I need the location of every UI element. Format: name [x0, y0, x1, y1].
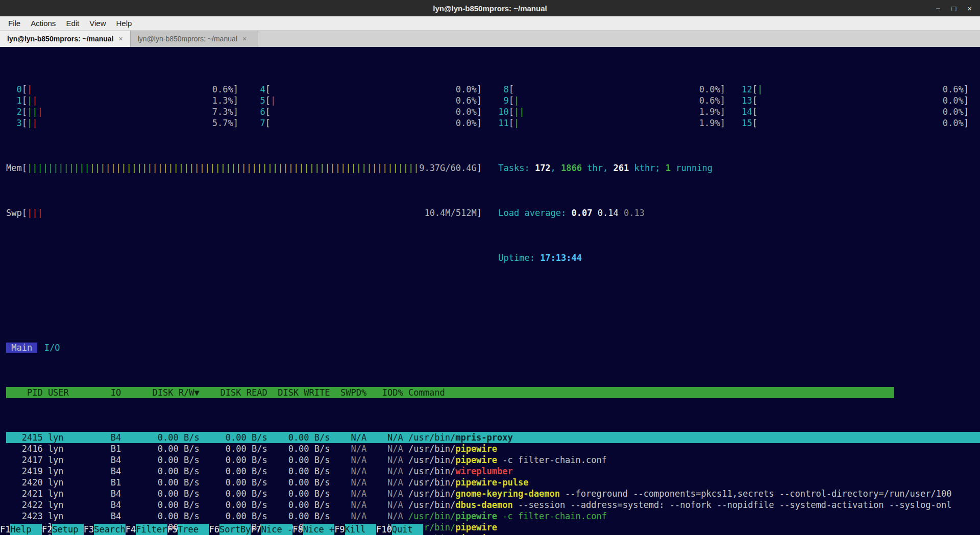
maximize-button[interactable]: □	[951, 4, 956, 13]
load-average-line: Load average: 0.07 0.14 0.13	[493, 207, 980, 218]
process-row[interactable]: 2420lynB10.00 B/s0.00 B/s0.00 B/sN/AN/A/…	[6, 477, 980, 488]
swap-bar: |||	[27, 207, 424, 218]
cpu-meter-11: 11[|1.9%]	[493, 117, 737, 129]
fn-f4-filter[interactable]: F4Filter	[126, 524, 167, 534]
cpu-meter-0: 0[|0.6%]	[6, 84, 250, 95]
col-header-disk-read[interactable]: DISK READ	[200, 387, 267, 398]
swap-meter: Swp[|||10.4M/512M]	[6, 207, 493, 218]
process-row[interactable]: 2416lynB10.00 B/s0.00 B/s0.00 B/sN/AN/A/…	[6, 443, 980, 454]
tasks-sep: ,	[551, 163, 561, 173]
tab-label: lyn@lyn-b850mprors: ~/manual	[7, 35, 114, 43]
terminal[interactable]: 0[|0.6%]1[||1.3%]2[|||7.3%]3[||5.7%]4[0.…	[0, 47, 980, 535]
process-row-selected[interactable]: 2415lynB40.00 B/s0.00 B/s0.00 B/sN/AN/A/…	[6, 432, 980, 443]
load-average-label: Load average:	[498, 208, 571, 218]
process-row[interactable]: 2419lynB40.00 B/s0.00 B/s0.00 B/sN/AN/A/…	[6, 466, 980, 477]
threads-label: thr,	[582, 163, 613, 173]
bracket: [	[22, 207, 27, 218]
process-command: /usr/bin/pipewire -c filter-chain.conf	[403, 510, 607, 522]
menu-file[interactable]: File	[3, 17, 26, 30]
cpu-meter-8: 8[0.0%]	[493, 84, 737, 95]
fn-f10-quit[interactable]: F10Quit	[376, 524, 423, 534]
menu-help[interactable]: Help	[111, 17, 137, 30]
tab-label: lyn@lyn-b850mprors: ~/manual	[138, 35, 237, 43]
load-5min: 0.14	[598, 208, 624, 218]
fn-f1-help[interactable]: F1Help	[0, 524, 42, 534]
cpu-meter-1: 1[||1.3%]	[6, 95, 250, 106]
process-row[interactable]: 2422lynB40.00 B/s0.00 B/s0.00 B/sN/AN/A/…	[6, 499, 980, 510]
cpu-meter-14: 14[0.0%]	[737, 106, 980, 117]
col-header-iod[interactable]: IOD%	[366, 387, 403, 398]
screen-tab-main[interactable]: Main	[6, 343, 37, 353]
table-header: PIDUSERIODISK R/W▼DISK READDISK WRITESWP…	[6, 387, 894, 398]
cpu-meter-7: 7[0.0%]	[250, 117, 493, 129]
cpu-meter-6: 6[0.0%]	[250, 106, 493, 117]
cpu-meter-9: 9[|0.6%]	[493, 95, 737, 106]
swap-meter-label: Swp	[6, 207, 22, 218]
process-row[interactable]: 2417lynB40.00 B/s0.00 B/s0.00 B/sN/AN/A/…	[6, 454, 980, 466]
window-controls: − □ ×	[936, 4, 980, 13]
process-command: /usr/bin/dbus-daemon --session --address…	[403, 499, 952, 510]
process-command: /usr/bin/pipewire -c filter-chain.conf	[403, 454, 607, 466]
menu-actions[interactable]: Actions	[26, 17, 61, 30]
fn-f7-nice-[interactable]: F7Nice -	[251, 524, 292, 534]
menu-edit[interactable]: Edit	[61, 17, 84, 30]
uptime-label: Uptime:	[498, 253, 540, 263]
uptime-line: Uptime: 17:13:44	[493, 252, 980, 263]
process-row[interactable]: 2423lynB40.00 B/s0.00 B/s0.00 B/sN/AN/A/…	[6, 510, 980, 522]
col-header-disk-write[interactable]: DISK WRITE	[267, 387, 330, 398]
process-command: /usr/bin/mpris-proxy	[403, 432, 513, 443]
titlebar: lyn@lyn-b850mprors: ~/manual − □ ×	[0, 0, 980, 16]
fn-f6-sortby[interactable]: F6SortBy	[209, 524, 251, 534]
process-row[interactable]: 2421lynB40.00 B/s0.00 B/s0.00 B/sN/AN/A/…	[6, 488, 980, 499]
swap-meter-value: 10.4M/512M	[424, 207, 476, 218]
cpu-meter-4: 4[0.0%]	[250, 84, 493, 95]
tab-close-icon[interactable]: ×	[242, 35, 247, 43]
screen-tab-io[interactable]: I/O	[39, 343, 65, 353]
cpu-meter-13: 13[0.0%]	[737, 95, 980, 106]
terminal-tab-inactive[interactable]: lyn@lyn-b850mprors: ~/manual ×	[131, 31, 258, 47]
cpu-meter-2: 2[|||7.3%]	[6, 106, 250, 117]
bracket: ]	[477, 162, 482, 174]
process-command: /usr/bin/wireplumber	[403, 466, 513, 477]
function-key-bar: F1HelpF2SetupF3SearchF4FilterF5TreeF6Sor…	[0, 524, 980, 535]
col-header-command[interactable]: Command	[403, 387, 445, 398]
terminal-tab-active[interactable]: lyn@lyn-b850mprors: ~/manual ×	[0, 31, 131, 47]
kthreads-label: kthr;	[629, 163, 666, 173]
col-header-user[interactable]: USER	[43, 387, 106, 398]
running-count: 1	[666, 163, 671, 173]
tab-close-icon[interactable]: ×	[119, 35, 123, 43]
col-header-swpd[interactable]: SWPD%	[330, 387, 367, 398]
terminal-window: lyn@lyn-b850mprors: ~/manual − □ × File …	[0, 0, 980, 535]
kthreads-count: 261	[613, 163, 629, 173]
cpu-meter-3: 3[||5.7%]	[6, 117, 250, 129]
col-header-pid[interactable]: PID	[6, 387, 43, 398]
threads-count: 1866	[561, 163, 582, 173]
cpu-meter-15: 15[0.0%]	[737, 117, 980, 129]
memory-meter-value: 9.37G/60.4G	[419, 162, 477, 174]
col-header-io[interactable]: IO	[105, 387, 121, 398]
fn-f5-tree[interactable]: F5Tree	[167, 524, 209, 534]
menu-view[interactable]: View	[84, 17, 111, 30]
bracket: [	[22, 162, 27, 174]
tasks-label: Tasks:	[498, 163, 535, 173]
screen-tabs: MainI/O	[6, 342, 980, 353]
process-list: 2415lynB40.00 B/s0.00 B/s0.00 B/sN/AN/A/…	[6, 432, 980, 535]
close-button[interactable]: ×	[967, 4, 972, 13]
memory-meter: Mem[||||||||||||||||||||||||||||||||||||…	[6, 162, 493, 174]
col-header-disk-rw[interactable]: DISK R/W▼	[121, 387, 200, 398]
fn-f8-nice-[interactable]: F8Nice +	[292, 524, 334, 534]
uptime-value: 17:13:44	[540, 253, 582, 263]
load-1min: 0.07	[572, 208, 598, 218]
fn-f9-kill[interactable]: F9Kill	[334, 524, 376, 534]
running-label: running	[671, 163, 713, 173]
cpu-meters: 0[|0.6%]1[||1.3%]2[|||7.3%]3[||5.7%]4[0.…	[6, 84, 980, 129]
menubar: File Actions Edit View Help	[0, 16, 980, 31]
tasks-count: 172	[535, 163, 551, 173]
process-command: /usr/bin/gnome-keyring-daemon --foregrou…	[403, 488, 952, 499]
minimize-button[interactable]: −	[936, 4, 940, 13]
fn-f2-setup[interactable]: F2Setup	[42, 524, 84, 534]
load-15min: 0.13	[624, 208, 645, 218]
fn-f3-search[interactable]: F3Search	[84, 524, 126, 534]
process-command: /usr/bin/pipewire-pulse	[403, 477, 529, 488]
bracket: ]	[477, 207, 482, 218]
